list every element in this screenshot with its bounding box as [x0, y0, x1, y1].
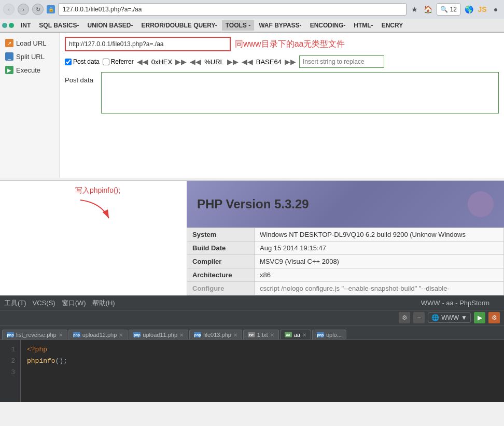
- line-numbers: 1 2 3: [0, 340, 21, 402]
- url-arrow-right: ▶▶: [227, 58, 239, 66]
- code-line-1: <?php: [27, 344, 67, 356]
- table-row: Build Date Aug 15 2014 19:15:47: [187, 242, 504, 255]
- tab-label: uplo...: [326, 332, 342, 338]
- post-data-input[interactable]: [101, 72, 499, 113]
- url-input[interactable]: [65, 37, 231, 51]
- ide-run-button[interactable]: ▶: [474, 312, 485, 323]
- ide-settings-icon[interactable]: ⚙: [399, 312, 410, 323]
- ide-www-button[interactable]: 🌐 WWW ▼: [428, 313, 471, 323]
- tab-close-icon[interactable]: ✕: [302, 332, 306, 338]
- nav-item-encoding[interactable]: ENCODING-: [306, 20, 349, 31]
- load-url-icon: ↗: [5, 39, 13, 47]
- php-logo: [468, 191, 494, 217]
- table-key: Configure: [187, 282, 255, 295]
- referrer-check-label: Referrer: [111, 58, 134, 65]
- browser-chrome: ‹ › ↻ 🔒 127.0.0.1/file013.php?a=./aa ★ 🏠…: [0, 0, 504, 33]
- code-line-2: phpinfo();: [27, 356, 67, 367]
- ide-section: 工具(T) VCS(S) 窗口(W) 帮助(H) WWW - aa - PhpS…: [0, 295, 504, 402]
- ide-tab-list-reverse[interactable]: php list_reverse.php ✕: [2, 330, 67, 339]
- ide-tab-upload12[interactable]: php upload12.php ✕: [68, 330, 128, 339]
- table-row: Compiler MSVC9 (Visual C++ 2008): [187, 255, 504, 268]
- execute-button[interactable]: ▶ Execute: [2, 64, 57, 76]
- tab-close-icon[interactable]: ✕: [179, 332, 184, 338]
- url-arrow-left: ◀◀: [190, 58, 201, 66]
- execute-label: Execute: [16, 66, 40, 74]
- security-icon: 🔒: [47, 5, 55, 13]
- extension-icon[interactable]: ●: [491, 4, 501, 15]
- table-key: Build Date: [187, 242, 255, 255]
- ide-toolbar: ⚙ − 🌐 WWW ▼ ▶ ⚙: [0, 310, 504, 325]
- code-editor[interactable]: 1 2 3 <?php phpinfo();: [0, 340, 504, 402]
- nav-item-waf-bypass[interactable]: WAF BYPASS-: [255, 20, 305, 31]
- home-icon[interactable]: 🏠: [423, 4, 433, 15]
- referrer-checkbox[interactable]: [103, 59, 109, 65]
- table-row: Architecture x86: [187, 268, 504, 282]
- forward-button[interactable]: ›: [18, 4, 29, 15]
- ide-menu-help[interactable]: 帮助(H): [92, 299, 115, 308]
- ide-menu-window[interactable]: 窗口(W): [62, 299, 86, 308]
- tab-close-icon[interactable]: ✕: [59, 332, 63, 338]
- ide-tabs: php list_reverse.php ✕ php upload12.php …: [0, 325, 504, 340]
- ide-tab-1txt[interactable]: txt 1.txt ✕: [243, 330, 279, 339]
- post-data-checkbox[interactable]: [65, 59, 72, 65]
- replace-input[interactable]: [299, 55, 384, 68]
- tab-label: file013.php: [203, 332, 231, 338]
- js-icon[interactable]: JS: [477, 4, 487, 15]
- nav-dots: [2, 23, 14, 28]
- line-number: 3: [5, 367, 15, 378]
- nav-menu: INT SQL BASICS- UNION BASED- ERROR/DOUBL…: [0, 19, 504, 32]
- post-data-check[interactable]: Post data: [65, 58, 100, 65]
- tab-close-icon[interactable]: ✕: [233, 332, 237, 338]
- back-button[interactable]: ‹: [3, 4, 15, 15]
- annotation-arrow: [75, 197, 117, 223]
- ide-tab-aa[interactable]: aa aa ✕: [280, 330, 311, 339]
- ide-minus-icon[interactable]: −: [413, 312, 425, 323]
- ide-tab-file013[interactable]: php file013.php ✕: [189, 330, 242, 339]
- nav-item-int[interactable]: INT: [17, 20, 34, 31]
- ide-menu-tools[interactable]: 工具(T): [4, 299, 26, 308]
- post-data-area: Post data: [65, 72, 499, 113]
- nav-item-tools[interactable]: TOOLS -: [222, 20, 254, 31]
- nav-item-error-double[interactable]: ERROR/DOUBLE QUERY-: [137, 20, 220, 31]
- www-label: WWW: [441, 314, 459, 321]
- main-content: ↗ Load URL ⎯ Split URL ▶ Execute 同www目录下…: [0, 33, 504, 178]
- referrer-check[interactable]: Referrer: [103, 58, 134, 65]
- reload-button[interactable]: ↻: [32, 4, 44, 15]
- code-semicolon: ;: [63, 357, 67, 365]
- globe-icon[interactable]: 🌎: [464, 4, 474, 15]
- nav-item-union-based[interactable]: UNION BASED-: [83, 20, 136, 31]
- table-value: x86: [255, 268, 504, 282]
- nav-item-encry[interactable]: ENCRY: [378, 20, 407, 31]
- ide-menu-vcs[interactable]: VCS(S): [33, 299, 55, 307]
- tab-label: 1.txt: [257, 332, 268, 338]
- nav-item-sql-basics[interactable]: SQL BASICS-: [35, 20, 82, 31]
- line-number: 1: [5, 344, 15, 356]
- table-value: Aug 15 2014 19:15:47: [255, 242, 504, 255]
- ide-debug-button[interactable]: ⚙: [488, 312, 500, 323]
- base64-label: BASE64: [256, 58, 282, 66]
- search-bar[interactable]: 🔍 12: [437, 3, 460, 16]
- ide-tab-upload-more[interactable]: php uplo...: [312, 330, 346, 339]
- table-value: Windows NT DESKTOP-DL9VQ10 6.2 build 920…: [255, 228, 504, 242]
- www-chevron-icon: ▼: [461, 314, 467, 321]
- nav-item-html[interactable]: HTML-: [350, 20, 376, 31]
- annotation-text: 写入phpinfo();: [75, 186, 120, 195]
- code-content[interactable]: <?php phpinfo();: [21, 340, 74, 402]
- url-input-row: 同www目录下的aa无类型文件: [65, 37, 499, 51]
- split-url-button[interactable]: ⎯ Split URL: [2, 50, 57, 63]
- post-data-label: Post data: [65, 72, 101, 113]
- ide-tab-upload11[interactable]: php upload11.php ✕: [129, 330, 188, 339]
- annotation-container: 写入phpinfo();: [75, 186, 120, 225]
- load-url-button[interactable]: ↗ Load URL: [2, 37, 57, 49]
- tab-close-icon[interactable]: ✕: [119, 332, 123, 338]
- address-bar[interactable]: 127.0.0.1/file013.php?a=./aa: [58, 3, 407, 16]
- hex-arrow-left: ◀◀: [137, 58, 148, 66]
- url-encode-label: %URL: [204, 58, 224, 66]
- php-info-table: System Windows NT DESKTOP-DL9VQ10 6.2 bu…: [187, 228, 504, 295]
- tab-close-icon[interactable]: ✕: [270, 332, 274, 338]
- tab-label: aa: [294, 332, 300, 338]
- hex-arrow-right: ▶▶: [175, 58, 187, 66]
- tab-php-icon: php: [7, 332, 14, 337]
- bookmark-star-icon[interactable]: ★: [410, 4, 420, 15]
- table-value: cscript /nologo configure.js "--enable-s…: [255, 282, 504, 295]
